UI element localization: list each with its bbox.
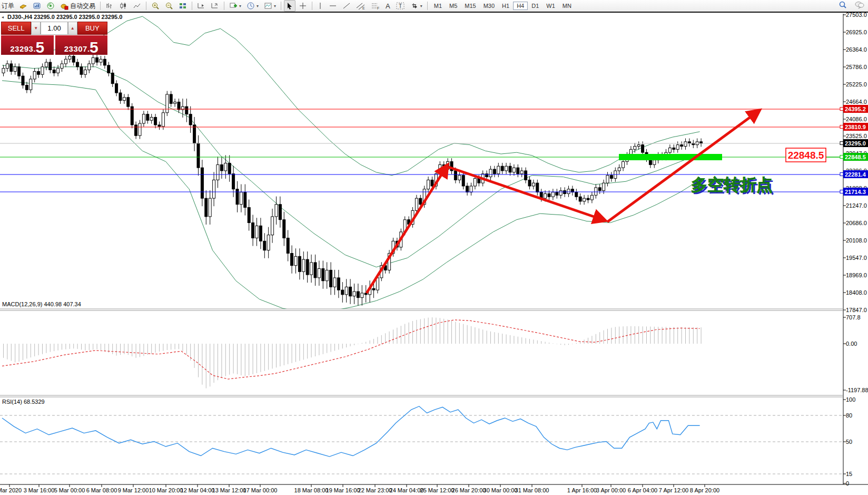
crosshair-icon bbox=[299, 2, 307, 10]
support-zone-highlight[interactable] bbox=[619, 154, 722, 160]
candle-bear bbox=[103, 59, 106, 65]
candle-bear bbox=[115, 84, 118, 93]
cursor-tool-button[interactable] bbox=[284, 0, 295, 12]
chart-shift-button[interactable] bbox=[195, 0, 208, 12]
candle-bull bbox=[29, 79, 32, 90]
candle-bull bbox=[439, 164, 441, 173]
vertical-line-tool-button[interactable] bbox=[315, 0, 326, 12]
candle-bull bbox=[271, 217, 274, 235]
timeframe-button-w1[interactable]: W1 bbox=[542, 2, 559, 10]
tile-windows-icon bbox=[179, 2, 187, 10]
line-chart-mode-button[interactable] bbox=[131, 0, 143, 12]
new-chart-caret[interactable]: ▾ bbox=[239, 4, 241, 8]
zoom-out-button[interactable] bbox=[163, 0, 175, 12]
bar-chart-mode-button[interactable] bbox=[103, 0, 116, 12]
candle-bear bbox=[80, 67, 83, 74]
buy-button[interactable]: BUY bbox=[77, 22, 107, 35]
candle-bull bbox=[216, 164, 219, 180]
sell-button[interactable]: SELL bbox=[1, 22, 31, 35]
volume-increase-button[interactable]: ▲ bbox=[68, 22, 77, 35]
periods-button[interactable]: ▾ bbox=[244, 0, 261, 12]
chart-canvas[interactable]: 27503.026925.026364.025786.025225.024664… bbox=[0, 13, 868, 495]
trendline-tool-button[interactable] bbox=[340, 0, 353, 12]
candlestick-mode-button[interactable] bbox=[117, 0, 130, 12]
candle-bull bbox=[61, 64, 63, 69]
signals-button[interactable] bbox=[44, 0, 57, 12]
timeframe-button-h1[interactable]: H1 bbox=[498, 2, 513, 10]
price-tag-label: 22848.5 bbox=[845, 154, 866, 160]
arrows-caret[interactable]: ▾ bbox=[420, 4, 422, 8]
macd-axis-label: 707.8 bbox=[846, 314, 861, 321]
price-tag-label: 23810.9 bbox=[845, 124, 866, 130]
candle-bear bbox=[466, 186, 469, 192]
candle-bear bbox=[688, 142, 691, 143]
timeframe-button-d1[interactable]: D1 bbox=[528, 2, 542, 10]
panel-collapse-arrow[interactable]: ◂ bbox=[2, 15, 4, 20]
timeframe-button-h4[interactable]: H4 bbox=[513, 2, 528, 10]
periods-caret[interactable]: ▾ bbox=[257, 4, 259, 8]
text-tool-button[interactable]: A bbox=[383, 0, 392, 12]
terminal-button[interactable] bbox=[31, 0, 43, 12]
trendline-icon bbox=[342, 2, 351, 10]
candle-bull bbox=[45, 62, 47, 67]
candle-bull bbox=[84, 70, 86, 75]
templates-caret[interactable]: ▾ bbox=[274, 4, 276, 8]
candle-bear bbox=[244, 192, 246, 208]
timeframe-bar: M1M5M15M30H1H4D1W1MN bbox=[430, 2, 575, 10]
candle-bull bbox=[275, 205, 278, 217]
autoscroll-button[interactable] bbox=[209, 0, 221, 12]
candle-bull bbox=[637, 145, 640, 147]
price-axis-label: 18408.0 bbox=[846, 289, 867, 296]
candle-bull bbox=[267, 235, 270, 250]
orders-menu[interactable]: 订单 bbox=[0, 1, 16, 11]
channel-icon: E bbox=[356, 2, 366, 10]
timeframe-button-m5[interactable]: M5 bbox=[446, 2, 461, 10]
sell-price-display[interactable]: 23293.5 bbox=[1, 35, 54, 55]
templates-button[interactable]: ▾ bbox=[262, 0, 278, 12]
timeframe-button-m15[interactable]: M15 bbox=[461, 2, 479, 10]
zoom-in-button[interactable] bbox=[149, 0, 162, 12]
candle-bull bbox=[174, 102, 176, 103]
trading-platform-window: { "toolbar": { "left_text": "订单", "autot… bbox=[0, 0, 868, 495]
candle-bear bbox=[298, 256, 301, 271]
candle-bull bbox=[88, 64, 91, 70]
candle-bear bbox=[248, 208, 250, 223]
channel-tool-button[interactable]: E bbox=[354, 0, 368, 12]
line-anchor-handle bbox=[840, 125, 843, 129]
volume-decrease-button[interactable]: ▼ bbox=[31, 22, 41, 35]
turning-point-text: 多空转折点 bbox=[691, 176, 773, 194]
autotrading-button[interactable]: 自动交易 bbox=[58, 0, 97, 12]
toolbar-separator bbox=[312, 2, 312, 10]
volume-input[interactable]: 1.00 bbox=[41, 22, 68, 35]
candle-bear bbox=[598, 188, 601, 191]
candle-bull bbox=[668, 148, 671, 152]
candle-bear bbox=[306, 259, 309, 275]
candle-bear bbox=[287, 238, 289, 254]
candle-bear bbox=[536, 183, 539, 192]
candle-bull bbox=[684, 142, 687, 147]
label-tool-button[interactable]: T bbox=[393, 0, 407, 12]
chat-icon[interactable] bbox=[854, 1, 865, 9]
search-icon[interactable] bbox=[839, 1, 847, 9]
timeframe-button-m30[interactable]: M30 bbox=[480, 2, 498, 10]
time-axis-label: 5 Mar 00:00 bbox=[54, 487, 85, 493]
candle-bear bbox=[201, 168, 203, 198]
price-tag-label: 23295.0 bbox=[845, 140, 866, 147]
price-axis-label: 25786.0 bbox=[846, 64, 867, 70]
chart-shift-icon bbox=[197, 2, 205, 10]
arrows-tool-button[interactable]: ▾ bbox=[408, 0, 425, 12]
new-chart-button[interactable]: ▾ bbox=[227, 0, 243, 12]
timeframe-button-m1[interactable]: M1 bbox=[430, 2, 446, 10]
time-axis-label: 8 Apr 20:00 bbox=[690, 487, 719, 493]
buy-price-display[interactable]: 23307.5 bbox=[55, 35, 108, 55]
timeframe-button-mn[interactable]: MN bbox=[559, 2, 575, 10]
candle-bear bbox=[228, 163, 231, 173]
crosshair-tool-button[interactable] bbox=[297, 0, 309, 12]
tile-windows-button[interactable] bbox=[176, 0, 189, 12]
fibonacci-tool-button[interactable]: F bbox=[369, 0, 382, 12]
time-axis-label: 1 Apr 16:00 bbox=[567, 487, 597, 493]
new-order-button[interactable] bbox=[17, 0, 29, 12]
candle-bear bbox=[220, 164, 223, 171]
candle-bull bbox=[512, 168, 515, 172]
horizontal-line-tool-button[interactable] bbox=[327, 0, 339, 12]
